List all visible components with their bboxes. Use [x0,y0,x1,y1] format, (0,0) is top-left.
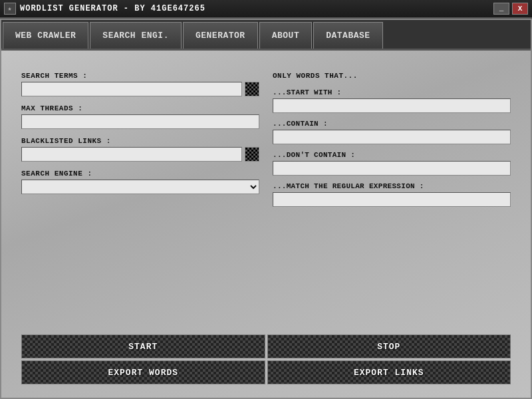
tab-web-crawler[interactable]: Web Crawler [3,22,88,49]
tab-bar: Web Crawler Search Engi. Generator About… [1,20,531,51]
search-terms-row [21,82,259,96]
export-links-button[interactable]: EXPORT LINKS [267,360,511,384]
close-button[interactable]: X [512,3,528,15]
dont-contain-input[interactable] [273,161,511,176]
search-engine-row [21,180,259,194]
match-regex-label: ...MATCH THE REGULAR EXPRESSION : [273,182,511,190]
blacklisted-links-label: BLACKLISTED LINKS : [21,137,259,145]
search-engine-label: SEARCH ENGINE : [21,170,259,178]
tab-search-engine[interactable]: Search Engi. [90,22,182,49]
blacklisted-links-input[interactable] [21,147,242,162]
contain-label: ...CONTAIN : [273,120,511,128]
start-with-input[interactable] [273,98,511,113]
tab-about[interactable]: About [259,22,313,49]
tab-database[interactable]: Database [313,22,382,49]
contain-row [273,130,511,144]
dont-contain-label: ...DON'T CONTAIN : [273,151,511,159]
max-threads-input[interactable] [21,114,259,129]
title-controls: _ X [493,3,528,15]
export-words-button[interactable]: EXPORT WORDS [21,360,265,384]
contain-input[interactable] [273,130,511,144]
content-area: SEARCH TERMS : MAX THREADS : BLACKLISTED… [1,51,531,398]
max-threads-label: MAX THREADS : [21,104,259,112]
search-engine-select[interactable] [21,180,259,194]
dont-contain-row [273,161,511,176]
start-with-row [273,98,511,113]
blacklisted-links-row [21,147,259,162]
stop-button[interactable]: STOP [267,334,511,358]
match-regex-row [273,192,511,207]
search-terms-checker-button[interactable] [245,82,259,96]
search-terms-label: SEARCH TERMS : [21,72,259,80]
search-terms-input[interactable] [21,82,242,96]
title-bar: ★ WORDLIST GENERATOR - BY 41GE647265 _ X [0,0,532,19]
blacklisted-links-checker-button[interactable] [245,147,259,162]
minimize-button[interactable]: _ [493,3,509,15]
title-text: ★ WORDLIST GENERATOR - BY 41GE647265 [4,3,205,15]
tab-generator[interactable]: Generator [183,22,258,49]
right-column: ONLY WORDS THAT... ...START WITH : ...CO… [273,64,511,321]
form-grid: SEARCH TERMS : MAX THREADS : BLACKLISTED… [21,64,511,321]
max-threads-row [21,114,259,129]
main-window: Web Crawler Search Engi. Generator About… [0,19,532,399]
left-column: SEARCH TERMS : MAX THREADS : BLACKLISTED… [21,64,259,321]
app-icon: ★ [4,3,16,15]
only-words-label: ONLY WORDS THAT... [273,72,511,80]
title-label: WORDLIST GENERATOR - BY 41GE647265 [20,4,205,13]
bottom-buttons: START STOP EXPORT WORDS EXPORT LINKS [21,334,511,384]
start-button[interactable]: START [21,334,265,358]
match-regex-input[interactable] [273,192,511,207]
start-with-label: ...START WITH : [273,88,511,96]
